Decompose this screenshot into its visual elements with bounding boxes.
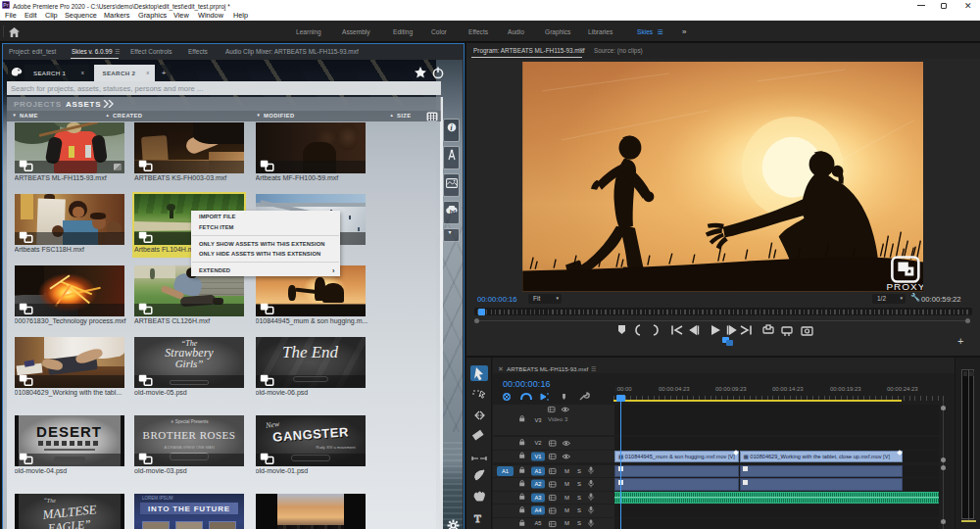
svg-text:T: T — [474, 512, 481, 524]
svg-text:hd: hd — [450, 209, 456, 215]
svg-text:PROXY: PROXY — [886, 281, 923, 292]
